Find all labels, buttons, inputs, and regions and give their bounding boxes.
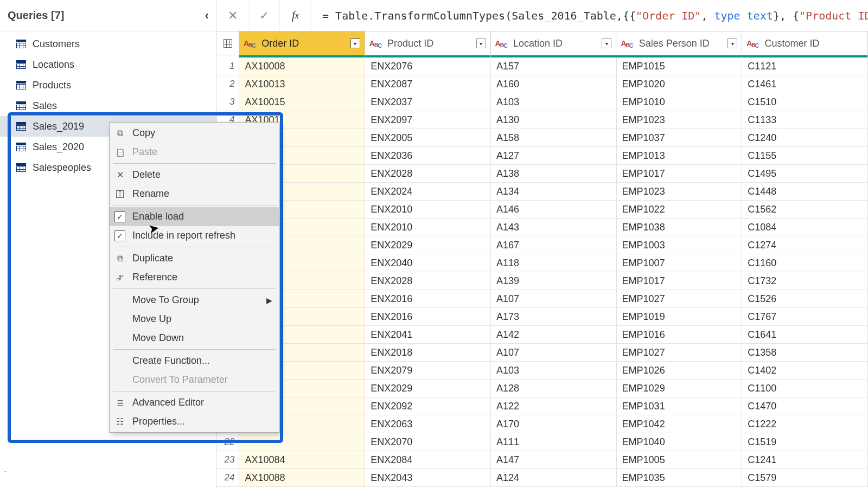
cell-sales-person-id[interactable]: EMP1007 <box>617 254 743 272</box>
cell-product-id[interactable]: ENX2041 <box>365 326 491 343</box>
menu-copy[interactable]: Copy <box>110 124 279 143</box>
table-row[interactable]: 4AX1001ENX2097A130EMP1023C1133 <box>217 111 868 129</box>
cell-customer-id[interactable]: C1160 <box>742 254 868 272</box>
cell-customer-id[interactable]: C1641 <box>742 326 868 343</box>
column-header-location-id[interactable]: ABC Location ID ▾ <box>491 31 617 55</box>
table-row[interactable]: 17ENX2018A107EMP1027C1358 <box>217 344 868 362</box>
menu-advanced-editor[interactable]: Advanced Editor <box>110 393 279 412</box>
cell-sales-person-id[interactable]: EMP1013 <box>617 147 743 164</box>
cell-customer-id[interactable]: C1579 <box>742 469 868 486</box>
table-row[interactable]: 14ENX2016A107EMP1027C1526 <box>217 290 868 308</box>
query-item-locations[interactable]: Locations <box>0 54 216 75</box>
table-row[interactable]: 9ENX2010A146EMP1022C1562 <box>217 201 868 219</box>
cell-customer-id[interactable]: C1562 <box>742 201 868 218</box>
cell-location-id[interactable]: A122 <box>491 397 617 415</box>
cell-location-id[interactable]: A170 <box>491 415 617 433</box>
cell-customer-id[interactable]: C1084 <box>742 219 868 236</box>
cell-location-id[interactable]: A118 <box>491 254 617 272</box>
row-number-header[interactable] <box>217 31 239 55</box>
cell-sales-person-id[interactable]: EMP1015 <box>617 57 743 75</box>
filter-icon[interactable]: ▾ <box>602 38 611 48</box>
cell-product-id[interactable]: ENX2010 <box>365 201 491 218</box>
cell-sales-person-id[interactable]: EMP1031 <box>617 397 743 415</box>
menu-move-up[interactable]: Move Up <box>110 310 279 329</box>
table-row[interactable]: 22ENX2070A111EMP1040C1519 <box>217 433 868 451</box>
cell-location-id[interactable]: A139 <box>491 272 617 290</box>
cell-sales-person-id[interactable]: EMP1027 <box>617 290 743 307</box>
cell-customer-id[interactable]: C1241 <box>742 451 868 468</box>
cell-customer-id[interactable]: C1461 <box>742 75 868 93</box>
cell-sales-person-id[interactable]: EMP1019 <box>617 308 743 325</box>
cell-customer-id[interactable]: C1133 <box>742 111 868 129</box>
cell-location-id[interactable]: A124 <box>491 469 617 486</box>
cell-customer-id[interactable]: C1526 <box>742 290 868 307</box>
cell-product-id[interactable]: ENX2043 <box>365 469 491 486</box>
table-row[interactable]: 16ENX2041A142EMP1016C1641 <box>217 326 868 344</box>
table-row[interactable]: 12ENX2040A118EMP1007C1160 <box>217 254 868 272</box>
cell-location-id[interactable]: A173 <box>491 308 617 325</box>
cell-location-id[interactable]: A167 <box>491 236 617 254</box>
column-header-sales-person-id[interactable]: ABC Sales Person ID ▾ <box>616 31 742 55</box>
cell-location-id[interactable]: A157 <box>491 57 617 75</box>
cell-location-id[interactable]: A130 <box>491 111 617 129</box>
column-header-customer-id[interactable]: ABC Customer ID <box>742 31 868 55</box>
cell-sales-person-id[interactable]: EMP1027 <box>617 344 743 361</box>
table-row[interactable]: 21ENX2063A170EMP1042C1222 <box>217 415 868 433</box>
menu-delete[interactable]: Delete <box>110 165 279 184</box>
table-row[interactable]: 10ENX2010A143EMP1038C1084 <box>217 219 868 236</box>
cell-location-id[interactable]: A147 <box>491 451 617 468</box>
table-row[interactable]: 3AX10015ENX2037A103EMP1010C1510 <box>217 93 868 111</box>
cell-location-id[interactable]: A111 <box>491 433 617 451</box>
cell-customer-id[interactable]: C1448 <box>742 183 868 200</box>
cell-location-id[interactable]: A160 <box>491 75 617 93</box>
cell-customer-id[interactable]: C1358 <box>742 344 868 361</box>
cell-location-id[interactable]: A158 <box>491 129 617 146</box>
cell-location-id[interactable]: A146 <box>491 201 617 218</box>
cell-product-id[interactable]: ENX2036 <box>365 147 491 164</box>
cell-order-id[interactable]: AX10084 <box>239 451 365 468</box>
table-row[interactable]: 24AX10088ENX2043A124EMP1035C1579 <box>217 469 868 487</box>
cell-order-id[interactable]: AX10013 <box>239 75 365 93</box>
cell-location-id[interactable]: A142 <box>491 326 617 343</box>
cell-customer-id[interactable]: C1274 <box>742 236 868 254</box>
cell-product-id[interactable]: ENX2087 <box>365 75 491 93</box>
cell-customer-id[interactable]: C1155 <box>742 147 868 164</box>
cell-product-id[interactable]: ENX2040 <box>365 254 491 272</box>
cell-product-id[interactable]: ENX2028 <box>365 272 491 290</box>
query-item-products[interactable]: Products <box>0 75 216 95</box>
cell-product-id[interactable]: ENX2029 <box>365 380 491 397</box>
cell-product-id[interactable]: ENX2029 <box>365 236 491 254</box>
table-row[interactable]: 23AX10084ENX2084A147EMP1005C1241 <box>217 451 868 469</box>
cell-location-id[interactable]: A107 <box>491 344 617 361</box>
cell-sales-person-id[interactable]: EMP1023 <box>617 183 743 200</box>
menu-reference[interactable]: Reference <box>110 268 279 287</box>
table-row[interactable]: 8ENX2024A134EMP1023C1448 <box>217 183 868 201</box>
cell-customer-id[interactable]: C1767 <box>742 308 868 325</box>
cell-product-id[interactable]: ENX2097 <box>365 111 491 129</box>
table-row[interactable]: 20ENX2092A122EMP1031C1470 <box>217 397 868 415</box>
cell-sales-person-id[interactable]: EMP1022 <box>617 201 743 218</box>
formula-input[interactable]: = Table.TransformColumnTypes(Sales_2016_… <box>311 9 868 22</box>
cell-sales-person-id[interactable]: EMP1005 <box>617 451 743 468</box>
cell-sales-person-id[interactable]: EMP1010 <box>617 93 743 111</box>
cell-product-id[interactable]: ENX2076 <box>365 57 491 75</box>
cell-sales-person-id[interactable]: EMP1017 <box>617 165 743 182</box>
cell-location-id[interactable]: A134 <box>491 183 617 200</box>
table-row[interactable]: 19ENX2029A128EMP1029C1100 <box>217 380 868 397</box>
cell-sales-person-id[interactable]: EMP1017 <box>617 272 743 290</box>
column-header-product-id[interactable]: ABC Product ID ▾ <box>365 31 491 55</box>
cell-customer-id[interactable]: C1510 <box>742 93 868 111</box>
cell-sales-person-id[interactable]: EMP1035 <box>617 469 743 486</box>
menu-enable-load[interactable]: ✓ Enable load <box>110 207 279 226</box>
cell-product-id[interactable]: ENX2079 <box>365 362 491 379</box>
cell-product-id[interactable]: ENX2024 <box>365 183 491 200</box>
table-row[interactable]: 15ENX2016A173EMP1019C1767 <box>217 308 868 326</box>
cell-product-id[interactable]: ENX2028 <box>365 165 491 182</box>
cell-sales-person-id[interactable]: EMP1020 <box>617 75 743 93</box>
menu-move-down[interactable]: Move Down <box>110 329 279 348</box>
cell-sales-person-id[interactable]: EMP1003 <box>617 236 743 254</box>
cell-customer-id[interactable]: C1470 <box>742 397 868 415</box>
cell-customer-id[interactable]: C1240 <box>742 129 868 146</box>
cell-location-id[interactable]: A103 <box>491 93 617 111</box>
table-row[interactable]: 7ENX2028A138EMP1017C1495 <box>217 165 868 183</box>
